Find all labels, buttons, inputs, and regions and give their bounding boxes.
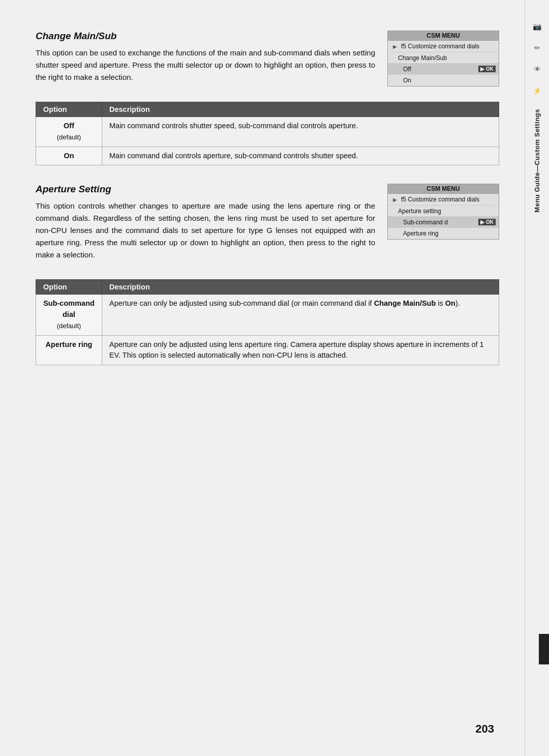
section2-heading: Aperture Setting [36, 184, 375, 195]
csm2-label0: f5 Customize command dials [401, 196, 496, 203]
pencil-icon: ✏ [531, 42, 543, 54]
section2-body: This option controls whether changes to … [36, 200, 375, 261]
table2-row0-end: ). [455, 299, 460, 307]
section2-text: Aperture Setting This option controls wh… [36, 184, 375, 270]
table2-row1: Aperture ring Aperture can only be adjus… [36, 335, 499, 365]
section1-body: This option can be used to exchange the … [36, 47, 375, 83]
eye-icon: 👁 [531, 63, 543, 75]
table2-row0: Sub-command dial (default) Aperture can … [36, 295, 499, 335]
table1-row0-desc: Main command controls shutter speed, sub… [102, 117, 499, 147]
section2: Aperture Setting This option controls wh… [36, 184, 499, 270]
csm2-row3: Aperture ring [388, 228, 499, 239]
section1-text: Change Main/Sub This option can be used … [36, 31, 375, 93]
table2-row0-after: is [436, 299, 445, 307]
table2-row0-sub: (default) [57, 322, 81, 330]
section2-csm-wrapper: CSM MENU ▶ f5 Customize command dials Ap… [387, 184, 499, 240]
page-container: Change Main/Sub This option can be used … [0, 0, 549, 756]
csm1-label3: On [403, 77, 496, 84]
csm1-row3: On [388, 75, 499, 86]
csm1-row2: Off ▶ OK [388, 64, 499, 75]
table1-row1-option: On [36, 147, 102, 165]
csm1-label1: Change Main/Sub [398, 54, 496, 62]
table1-row0-option: Off (default) [36, 117, 102, 147]
table2: Option Description Sub-command dial (def… [36, 279, 499, 365]
section1-csm-box: CSM MENU ▶ f5 Customize command dials Ch… [387, 31, 499, 86]
camera-icon: 📷 [531, 20, 543, 33]
table1-col-description: Description [102, 102, 499, 117]
csm2-row0: ▶ f5 Customize command dials [388, 194, 499, 206]
table2-row1-desc: Aperture can only be adjusted using lens… [102, 335, 499, 365]
csm1-label2: Off [403, 66, 476, 73]
table2-row0-option-label: Sub-command dial [43, 299, 95, 318]
table2-col-description: Description [102, 280, 499, 295]
table2-row0-bold1: Change Main/Sub [374, 299, 436, 307]
csm2-row2: Sub-command d ▶ OK [388, 217, 499, 228]
table1-row1: On Main command dial controls aperture, … [36, 147, 499, 165]
table1-row1-desc: Main command dial controls aperture, sub… [102, 147, 499, 165]
sidebar-icons: 📷 ✏ 👁 ⚡ [531, 20, 543, 97]
table2-row1-option: Aperture ring [36, 335, 102, 365]
main-content: Change Main/Sub This option can be used … [0, 0, 525, 756]
csm1-label0: f5 Customize command dials [401, 43, 496, 50]
table1-row0-sub: (default) [57, 133, 81, 141]
section1-csm-wrapper: CSM MENU ▶ f5 Customize command dials Ch… [387, 31, 499, 86]
csm2-label3: Aperture ring [403, 230, 496, 237]
csm1-row1: Change Main/Sub [388, 52, 499, 64]
sidebar-label: Menu Guide—Custom Settings [533, 109, 541, 213]
section1-heading: Change Main/Sub [36, 31, 375, 42]
section1-csm-title: CSM MENU [388, 31, 499, 41]
table1-col-option: Option [36, 102, 102, 117]
page-number: 203 [475, 722, 494, 736]
flash-icon: ⚡ [531, 84, 543, 97]
table2-row0-desc: Aperture can only be adjusted using sub-… [102, 295, 499, 335]
section2-csm-title: CSM MENU [388, 184, 499, 194]
table2-row0-option: Sub-command dial (default) [36, 295, 102, 335]
table2-col-option: Option [36, 280, 102, 295]
csm1-row0: ▶ f5 Customize command dials [388, 41, 499, 52]
table2-row0-desc-plain: Aperture can only be adjusted using sub-… [109, 299, 374, 307]
csm2-icon0: ▶ [391, 195, 399, 203]
csm1-ok2: ▶ OK [478, 66, 496, 72]
csm1-icon0: ▶ [391, 42, 399, 50]
table1-row0-option-label: Off [64, 122, 74, 130]
csm2-ok2: ▶ OK [478, 219, 496, 225]
table2-row1-option-label: Aperture ring [46, 340, 93, 348]
sidebar: 📷 ✏ 👁 ⚡ Menu Guide—Custom Settings [525, 0, 549, 756]
csm2-label1: Aperture setting [398, 208, 496, 215]
section2-csm-box: CSM MENU ▶ f5 Customize command dials Ap… [387, 184, 499, 240]
section1: Change Main/Sub This option can be used … [36, 31, 499, 93]
csm2-row1: Aperture setting [388, 206, 499, 217]
table1: Option Description Off (default) Main co… [36, 102, 499, 165]
table1-row0: Off (default) Main command controls shut… [36, 117, 499, 147]
table2-row0-bold2: On [445, 299, 455, 307]
csm2-label2: Sub-command d [403, 219, 476, 226]
sidebar-black-tab [539, 634, 549, 664]
